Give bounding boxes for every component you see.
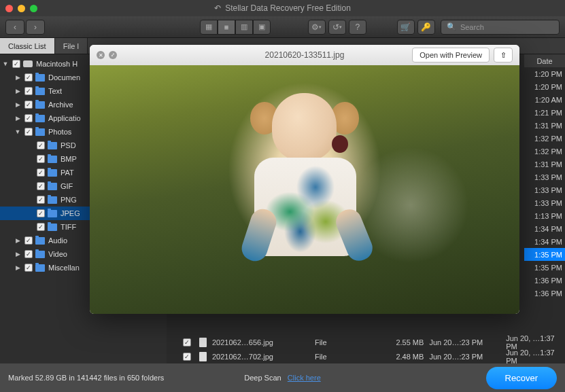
checkbox[interactable]: ✓ [37, 168, 45, 177]
folder-icon [35, 101, 45, 109]
view-grid-button[interactable]: ▦ [200, 20, 218, 35]
checkbox[interactable]: ✓ [37, 182, 45, 190]
open-with-preview-button[interactable]: Open with Preview [412, 48, 490, 63]
checkbox[interactable]: ✓ [24, 73, 33, 82]
disclosure-triangle-icon[interactable]: ▶ [14, 88, 22, 94]
cart-button[interactable]: 🛒 [397, 20, 415, 35]
file-kind: File [315, 353, 373, 361]
checkbox[interactable]: ✓ [24, 264, 33, 272]
file-date-cell[interactable]: 1:34 PM [524, 235, 565, 248]
file-date-cell[interactable]: 1:32 PM [524, 145, 565, 158]
key-button[interactable]: 🔑 [417, 20, 435, 35]
checkbox[interactable]: ✓ [37, 223, 45, 231]
file-date-cell[interactable]: 1:31 PM [524, 119, 565, 132]
file-date-cell[interactable]: 1:21 PM [524, 106, 565, 119]
file-row[interactable]: ✓2021062…702.jpgFile2.48 MBJun 20…:23 PM… [167, 349, 565, 363]
file-date-cell[interactable]: 1:36 PM [524, 287, 565, 300]
view-columns-button[interactable]: ▥ [235, 20, 253, 35]
view-mode-segment: ▦ ≡ ▥ ▣ [200, 20, 271, 35]
checkbox[interactable]: ✓ [24, 128, 33, 136]
fullscreen-window-button[interactable] [30, 5, 37, 12]
close-window-button[interactable] [5, 5, 13, 12]
recover-button[interactable]: Recover [486, 367, 557, 389]
file-date-cell[interactable]: 1:33 PM [524, 183, 565, 196]
checkbox[interactable]: ✓ [24, 101, 33, 109]
file-date-cell[interactable]: 1:33 PM [524, 196, 565, 209]
help-icon: ? [355, 22, 360, 32]
tree-label: Applicatio [48, 114, 81, 122]
file-date-cell[interactable]: 1:13 PM [524, 209, 565, 222]
folder-icon [35, 128, 45, 136]
key-icon: 🔑 [421, 22, 431, 32]
nav-forward-button[interactable]: › [26, 20, 45, 35]
file-date-cell[interactable]: 1:20 AM [524, 93, 565, 106]
preview-filename: 20210620-133511.jpg [265, 50, 345, 60]
fullscreen-preview-button[interactable]: ⤢ [109, 51, 117, 59]
disclosure-triangle-icon[interactable]: ▶ [14, 101, 22, 108]
file-date-cell[interactable]: 1:20 PM [524, 67, 565, 80]
tree-label: Macintosh H [36, 60, 78, 68]
expand-icon: ⤢ [111, 52, 115, 58]
checkbox[interactable]: ✓ [37, 141, 45, 149]
checkbox[interactable]: ✓ [37, 155, 45, 163]
checkbox[interactable]: ✓ [12, 60, 20, 68]
disclosure-triangle-icon[interactable]: ▶ [14, 115, 22, 122]
tab-file-list[interactable]: File l [55, 38, 88, 54]
nav-back-button[interactable]: ‹ [5, 20, 24, 35]
window-titlebar: ↶ Stellar Data Recovery Free Edition [0, 0, 565, 16]
history-button[interactable]: ↺▾ [328, 20, 346, 35]
file-date-cell[interactable]: 1:35 PM [524, 261, 565, 274]
tree-label: Documen [48, 73, 80, 82]
checkbox[interactable]: ✓ [183, 338, 191, 346]
folder-icon [48, 183, 57, 190]
file-date-cell[interactable]: 1:33 PM [524, 171, 565, 183]
checkbox[interactable]: ✓ [24, 250, 33, 258]
close-preview-button[interactable]: ✕ [97, 51, 105, 59]
quick-look-window: ✕ ⤢ 20210620-133511.jpg Open with Previe… [90, 45, 519, 314]
checkbox[interactable]: ✓ [24, 236, 33, 245]
view-list-button[interactable]: ≡ [218, 20, 235, 35]
file-date1: Jun 20…:23 PM [429, 338, 500, 346]
folder-icon [48, 196, 57, 204]
column-header-date[interactable]: Date [524, 54, 565, 67]
file-date1: Jun 20…:23 PM [429, 353, 500, 361]
file-date-cell[interactable]: 1:35 PM [524, 248, 565, 261]
file-date-cell[interactable]: 1:20 PM [524, 80, 565, 93]
file-name: 2021062…702.jpg [212, 353, 309, 361]
search-input[interactable]: 🔍 Search [441, 20, 560, 35]
folder-icon [35, 74, 45, 82]
disclosure-triangle-icon[interactable]: ▶ [14, 237, 22, 244]
file-date-cell[interactable]: 1:36 PM [524, 274, 565, 287]
file-size: 2.48 MB [379, 353, 424, 361]
checkbox[interactable]: ✓ [37, 209, 45, 217]
checkbox[interactable]: ✓ [37, 196, 45, 204]
disclosure-triangle-icon[interactable]: ▶ [14, 264, 22, 271]
file-row[interactable]: ✓2021062…656.jpgFile2.55 MBJun 20…:23 PM… [167, 335, 565, 349]
file-date-cell[interactable]: 1:34 PM [524, 222, 565, 235]
tree-label: Miscellan [48, 264, 80, 272]
checkbox[interactable]: ✓ [24, 87, 33, 95]
share-button[interactable]: ⇧ [494, 48, 513, 63]
tree-label: PSD [61, 141, 76, 149]
settings-button[interactable]: ⚙▾ [308, 20, 326, 35]
folder-icon [35, 264, 45, 272]
checkbox[interactable]: ✓ [183, 353, 191, 361]
file-date-cell[interactable]: 1:32 PM [524, 132, 565, 145]
tab-classic-list[interactable]: Classic List [0, 38, 55, 54]
disclosure-triangle-icon[interactable]: ▼ [1, 60, 10, 67]
disclosure-triangle-icon[interactable]: ▼ [14, 128, 22, 135]
tree-label: BMP [61, 155, 77, 163]
minimize-window-button[interactable] [18, 5, 25, 12]
file-name: 2021062…656.jpg [212, 338, 309, 346]
view-gallery-button[interactable]: ▣ [253, 20, 271, 35]
disclosure-triangle-icon[interactable]: ▶ [14, 251, 22, 257]
toolbar: ‹ › ▦ ≡ ▥ ▣ ⚙▾ ↺▾ ? 🛒 🔑 🔍 Search [0, 16, 565, 38]
folder-icon [48, 210, 57, 217]
checkbox[interactable]: ✓ [24, 114, 33, 122]
file-date-cell[interactable]: 1:31 PM [524, 158, 565, 171]
disclosure-triangle-icon[interactable]: ▶ [14, 74, 22, 81]
tree-label: JPEG [61, 209, 80, 217]
tree-label: GIF [61, 182, 73, 190]
help-button[interactable]: ? [349, 20, 366, 35]
deep-scan-link[interactable]: Click here [288, 374, 321, 382]
